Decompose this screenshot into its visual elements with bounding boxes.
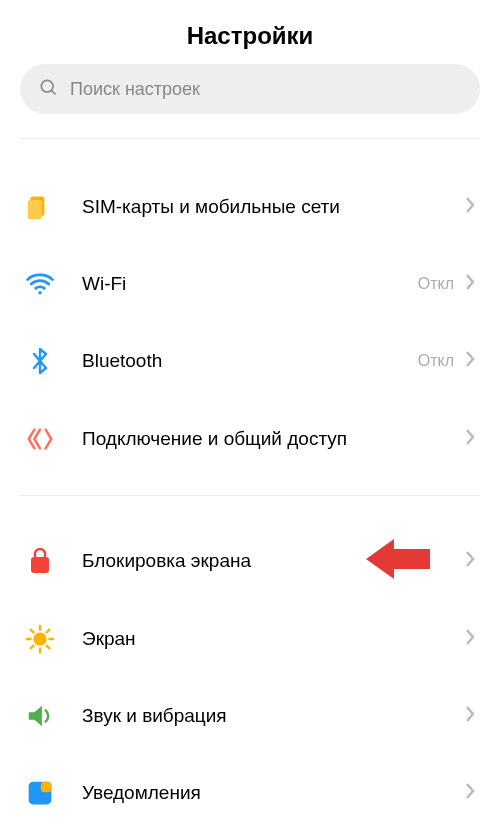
- svg-line-1: [51, 90, 55, 94]
- tethering-icon: [24, 423, 56, 455]
- svg-line-12: [31, 629, 34, 632]
- row-label: Экран: [82, 628, 464, 650]
- search-icon: [38, 77, 58, 101]
- row-label: Подключение и общий доступ: [82, 428, 464, 450]
- search-input[interactable]: [70, 79, 462, 100]
- row-label: Уведомления: [82, 782, 464, 804]
- svg-line-13: [47, 645, 50, 648]
- row-label: Bluetooth: [82, 350, 418, 372]
- row-lockscreen[interactable]: Блокировка экрана: [0, 523, 500, 600]
- svg-marker-16: [29, 706, 42, 727]
- row-label: Звук и вибрация: [82, 705, 464, 727]
- row-sound[interactable]: Звук и вибрация: [0, 677, 500, 754]
- row-label: SIM-карты и мобильные сети: [82, 196, 464, 218]
- chevron-right-icon: [464, 550, 476, 572]
- svg-point-0: [41, 80, 53, 92]
- svg-rect-18: [41, 782, 52, 793]
- sound-icon: [24, 700, 56, 732]
- lock-icon: [24, 545, 56, 577]
- chevron-right-icon: [464, 782, 476, 804]
- wifi-icon: [24, 268, 56, 300]
- svg-rect-3: [28, 200, 42, 219]
- chevron-right-icon: [464, 350, 476, 372]
- chevron-right-icon: [464, 196, 476, 218]
- row-status: Откл: [418, 275, 454, 293]
- row-notifications[interactable]: Уведомления: [0, 755, 500, 832]
- row-status: Откл: [418, 352, 454, 370]
- row-wifi[interactable]: Wi-Fi Откл: [0, 245, 500, 322]
- chevron-right-icon: [464, 705, 476, 727]
- row-sim-cards[interactable]: SIM-карты и мобильные сети: [0, 168, 500, 245]
- attention-arrow-icon: [366, 537, 430, 585]
- svg-rect-5: [31, 557, 49, 573]
- notifications-icon: [24, 777, 56, 809]
- svg-line-14: [31, 645, 34, 648]
- row-label: Wi-Fi: [82, 273, 418, 295]
- row-display[interactable]: Экран: [0, 600, 500, 677]
- page-title: Настройки: [0, 0, 500, 64]
- svg-line-15: [47, 629, 50, 632]
- bluetooth-icon: [24, 345, 56, 377]
- svg-point-4: [38, 291, 42, 295]
- chevron-right-icon: [464, 273, 476, 295]
- search-input-container[interactable]: [20, 64, 480, 114]
- sim-icon: [24, 191, 56, 223]
- brightness-icon: [24, 623, 56, 655]
- row-bluetooth[interactable]: Bluetooth Откл: [0, 323, 500, 400]
- svg-point-7: [33, 632, 46, 645]
- svg-marker-6: [366, 539, 430, 579]
- chevron-right-icon: [464, 628, 476, 650]
- row-tethering[interactable]: Подключение и общий доступ: [0, 400, 500, 477]
- chevron-right-icon: [464, 428, 476, 450]
